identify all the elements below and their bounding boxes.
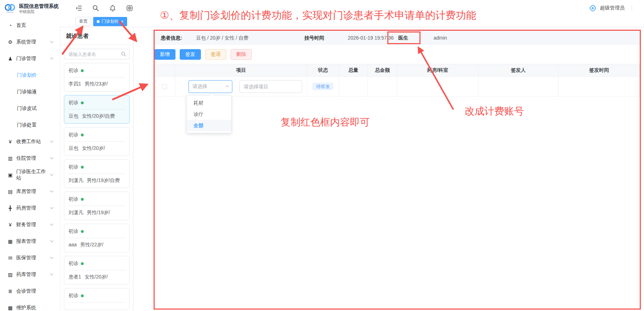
patient-detail: 女性/20岁/自费: [82, 113, 115, 119]
sidebar-item-label: 药库管理: [16, 271, 36, 278]
patient-search-input[interactable]: [64, 49, 130, 59]
row-checkbox[interactable]: [162, 84, 167, 89]
visit-type: 初诊: [68, 131, 78, 138]
patient-detail: 男性/19岁/: [87, 209, 110, 216]
sidebar-item-outpatient-mgmt[interactable]: ♟ 门诊管理: [0, 50, 60, 67]
patient-panel: 就诊患者 初诊 李四1男性/23岁/ 初诊 豆包女性/20岁/自费 初诊 豆包女…: [60, 27, 133, 311]
dropdown-option-consumables[interactable]: 耗材: [187, 97, 231, 108]
sidebar-item-label: 药房管理: [16, 205, 36, 211]
document-icon: ▤: [7, 189, 13, 194]
bar-chart-icon: ▥: [7, 156, 13, 161]
column-quantity: 总量: [339, 64, 368, 76]
sidebar-item-label: 医保管理: [16, 255, 36, 261]
sidebar-item-label: 门诊医生工作站: [16, 169, 50, 181]
sidebar-item-drug-store-mgmt[interactable]: ▨ 药库管理: [0, 266, 60, 283]
item-type-select[interactable]: 请选择: [189, 80, 232, 93]
close-icon[interactable]: ×: [121, 19, 124, 24]
sidebar-item-label: 收费工作站: [16, 139, 41, 145]
patient-card[interactable]: 初诊 患者1女性/20岁/: [64, 256, 130, 284]
status-dot-icon: [81, 198, 84, 201]
sidebar-item-maintenance[interactable]: ▩ 维护系统: [0, 299, 60, 311]
dropdown-option-treatment[interactable]: 诊疗: [187, 108, 231, 120]
yen-icon: ¥: [7, 222, 13, 228]
sidebar-item-label: 门诊输液: [17, 89, 37, 95]
user-role: 超级管理员: [600, 5, 625, 11]
status-dot-icon: [81, 166, 84, 169]
delete-button[interactable]: 删除: [231, 49, 252, 60]
add-button[interactable]: 新增: [154, 49, 175, 60]
search-icon[interactable]: [121, 51, 126, 57]
sidebar-item-outpatient-doctor-station[interactable]: ▣ 门诊医生工作站: [0, 166, 60, 183]
sidebar-item-outpatient-treatment[interactable]: 门诊处置: [0, 117, 60, 133]
sidebar-item-pharmacy-mgmt[interactable]: ╋ 药房管理: [0, 200, 60, 216]
sidebar-item-warehouse-mgmt[interactable]: ▤ 库房管理: [0, 183, 60, 200]
sidebar-item-label: 门诊划价: [17, 72, 37, 78]
action-toolbar: 新增 签发 签退 删除: [154, 49, 252, 60]
revoke-button[interactable]: 签退: [205, 49, 226, 60]
sidebar-item-system-mgmt[interactable]: ⚙ 系统管理: [0, 34, 60, 50]
patient-card[interactable]: 初诊 李四1男性/23岁/: [64, 63, 130, 92]
sidebar-item-outpatient-skin-test[interactable]: 门诊皮试: [0, 100, 60, 117]
user-icon: ♟: [7, 56, 13, 61]
patient-card[interactable]: 初诊 aaa男性/22岁/: [64, 224, 130, 252]
annotation-note3: 改成计费账号: [465, 105, 524, 118]
tab-outpatient-pricing[interactable]: 门诊划价 ×: [93, 17, 127, 26]
sidebar-item-label: 门诊处置: [17, 122, 37, 128]
status-dot-icon: [81, 134, 84, 136]
sidebar-item-label: 会诊管理: [16, 288, 36, 294]
patient-list: 初诊 李四1男性/23岁/ 初诊 豆包女性/20岁/自费 初诊 豆包女性/20岁…: [60, 63, 133, 311]
column-sign-time: 签发时间: [559, 64, 639, 76]
visit-type: 初诊: [68, 292, 78, 299]
patient-card-selected[interactable]: 初诊 豆包女性/20岁/自费: [64, 95, 130, 124]
patient-card[interactable]: 初诊 刘潇凡男性/19岁/: [64, 192, 130, 220]
sidebar-item-charging-station[interactable]: ¥ 收费工作站: [0, 133, 60, 150]
status-dot-icon: [81, 230, 84, 233]
issue-button[interactable]: 签发: [180, 49, 201, 60]
dropdown-option-all[interactable]: 全部: [187, 120, 231, 131]
tab-home[interactable]: 首页: [76, 17, 91, 26]
sidebar-item-insurance-mgmt[interactable]: ✉ 医保管理: [0, 250, 60, 266]
patient-name: 豆包: [68, 113, 78, 119]
visit-type: 初诊: [68, 99, 78, 106]
sidebar-item-report-mgmt[interactable]: ▦ 报表管理: [0, 233, 60, 250]
chevron-down-icon: [50, 222, 54, 226]
cross-icon: ╋: [7, 205, 13, 211]
reg-time-label: 挂号时间: [304, 35, 324, 41]
active-dot-icon: [97, 20, 100, 23]
chevron-down-icon: [50, 272, 54, 276]
patient-detail: 男性/22岁/: [80, 241, 103, 248]
doctor-label: 医生: [398, 35, 408, 41]
item-search-input[interactable]: [239, 80, 302, 93]
sidebar-item-label: 库房管理: [16, 188, 36, 195]
search-icon[interactable]: [92, 4, 100, 12]
patient-card[interactable]: 初诊 豆包女性/20岁/: [64, 127, 130, 156]
annotation-note2: 复制红色框内容即可: [281, 116, 370, 129]
target-icon[interactable]: [126, 4, 133, 12]
patient-card[interactable]: 初诊 刘潇凡男性/19岁/自费: [64, 159, 130, 188]
sidebar-item-consultation-mgmt[interactable]: ≣ 会诊管理: [0, 283, 60, 299]
column-department: 药房/科室: [397, 64, 478, 76]
patient-name: 豆包: [68, 145, 78, 152]
sidebar: ◔ 首页 ⚙ 系统管理 ♟ 门诊管理 门诊划价 门诊输液 门诊皮试 门诊处置 ¥…: [0, 17, 60, 311]
app-title: 医院信息管理系统: [19, 3, 59, 9]
sidebar-item-finance-mgmt[interactable]: ¥ 财务管理: [0, 216, 60, 233]
sidebar-item-outpatient-pricing[interactable]: 门诊划价: [0, 67, 60, 83]
patient-info-label: 患者信息:: [161, 35, 182, 41]
patient-card[interactable]: 初诊: [64, 288, 130, 310]
visit-type: 初诊: [68, 228, 78, 235]
tab-label: 门诊划价: [102, 18, 119, 24]
doctor-value: admin: [434, 35, 447, 41]
sidebar-item-inpatient-mgmt[interactable]: ▥ 住院管理: [0, 150, 60, 166]
column-signer: 签发人: [478, 64, 559, 76]
column-item: 项目: [175, 64, 307, 76]
status-dot-icon: [81, 69, 84, 72]
sidebar-item-home[interactable]: ◔ 首页: [0, 17, 60, 34]
sidebar-item-outpatient-infusion[interactable]: 门诊输液: [0, 83, 60, 100]
user-menu[interactable]: 超级管理员: [589, 0, 632, 16]
medical-cross-icon: [589, 4, 597, 12]
bell-icon[interactable]: [109, 4, 117, 12]
visit-type: 初诊: [68, 67, 78, 74]
chevron-down-icon: [50, 256, 54, 259]
patient-name: 患者1: [68, 274, 81, 280]
collapse-menu-icon[interactable]: [75, 4, 83, 12]
